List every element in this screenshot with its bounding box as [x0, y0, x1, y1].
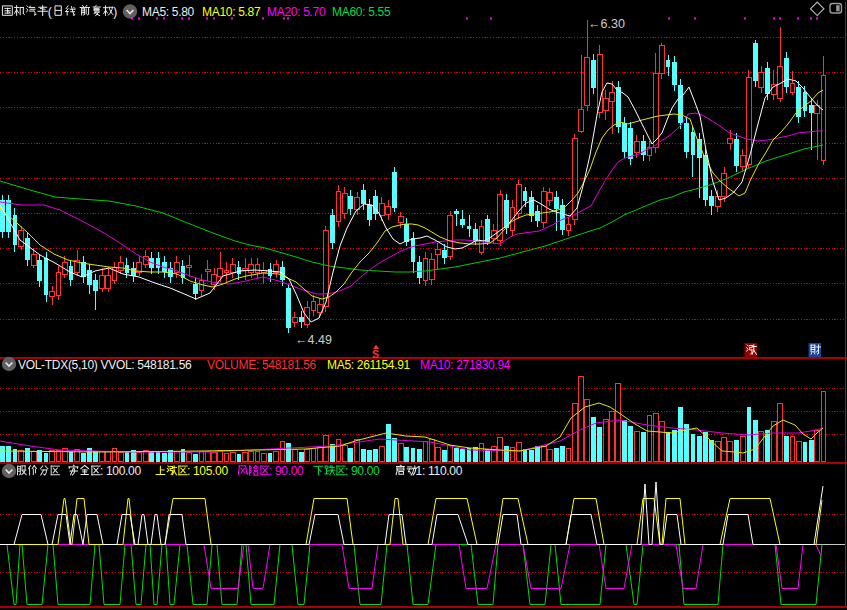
svg-text:←4.49: ←4.49 [295, 333, 332, 347]
svg-text:VOLUME: 548181.56: VOLUME: 548181.56 [207, 358, 317, 372]
svg-text:MA5: 261154.91: MA5: 261154.91 [327, 358, 411, 372]
svg-text:VOL-TDX(5,10) VVOL: 548181.56: VOL-TDX(5,10) VVOL: 548181.56 [18, 358, 192, 372]
svg-text:: 90.00: : 90.00 [345, 464, 380, 478]
svg-text:(: ( [48, 5, 52, 19]
svg-text:MA10: 271830.94: MA10: 271830.94 [420, 358, 511, 372]
svg-text:: 105.00: : 105.00 [187, 464, 229, 478]
svg-text:): ) [113, 5, 117, 19]
svg-text:MA20: 5.70: MA20: 5.70 [267, 5, 326, 19]
svg-text:MA60: 5.55: MA60: 5.55 [332, 5, 391, 19]
svg-text:1: 110.00: 1: 110.00 [416, 464, 463, 478]
svg-text:MA10: 5.87: MA10: 5.87 [202, 5, 261, 19]
svg-text:: 100.00: : 100.00 [100, 464, 142, 478]
svg-text:←6.30: ←6.30 [588, 17, 625, 31]
svg-text:: 90.00: : 90.00 [269, 464, 304, 478]
svg-text:MA5: 5.80: MA5: 5.80 [142, 5, 195, 19]
